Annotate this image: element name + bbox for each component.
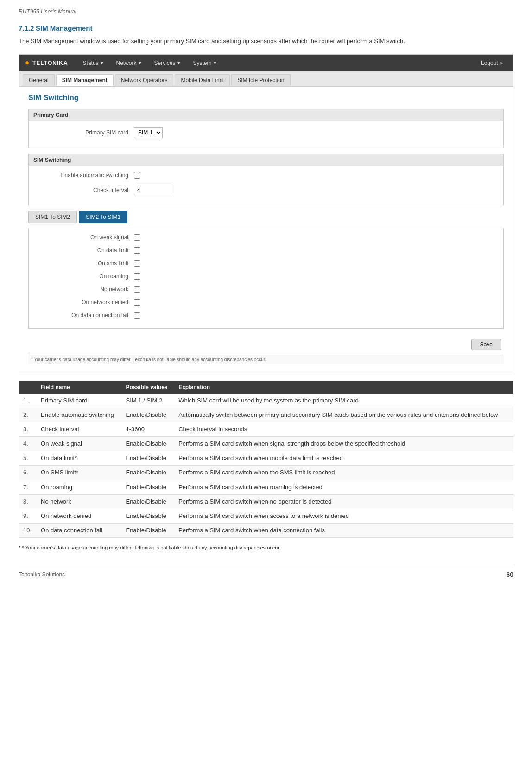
on-roaming-label: On roaming (36, 273, 128, 280)
content-area: SIM Switching Primary Card Primary SIM c… (19, 87, 513, 371)
nav-system[interactable]: System ▼ (187, 57, 222, 69)
on-roaming-checkbox[interactable] (134, 273, 140, 280)
row-values: SIM 1 / SIM 2 (121, 394, 174, 408)
row-num: 9. (19, 509, 36, 524)
table-header-num (19, 381, 36, 394)
no-network-row: No network (36, 285, 496, 294)
check-interval-row: Check interval 4 (36, 184, 496, 197)
table-header-explanation: Explanation (174, 381, 513, 394)
tab-bar: General SIM Management Network Operators… (19, 71, 513, 87)
on-data-limit-checkbox[interactable] (134, 247, 140, 254)
nav-services[interactable]: Services ▼ (148, 57, 186, 69)
save-button[interactable]: Save (471, 339, 501, 350)
manual-title: RUT955 User's Manual (19, 8, 76, 15)
page-footer: Teltonika Solutions 60 (19, 566, 513, 578)
on-data-limit-label: On data limit (36, 247, 128, 254)
row-field: On data connection fail (36, 524, 121, 538)
table-row: 4. On weak signal Enable/Disable Perform… (19, 437, 513, 451)
row-num: 1. (19, 394, 36, 408)
row-field: On roaming (36, 480, 121, 494)
no-network-label: No network (36, 286, 128, 293)
footer-company: Teltonika Solutions (19, 571, 65, 578)
content-title: SIM Switching (28, 94, 504, 102)
table-row: 1. Primary SIM card SIM 1 / SIM 2 Which … (19, 394, 513, 408)
row-field: On SMS limit* (36, 466, 121, 480)
row-values: Enable/Disable (121, 466, 174, 480)
row-field: No network (36, 494, 121, 509)
row-values: Enable/Disable (121, 437, 174, 451)
tab-network-operators[interactable]: Network Operators (115, 74, 174, 86)
row-num: 3. (19, 422, 36, 436)
sub-tab-sim2-to-sim1[interactable]: SIM2 To SIM1 (79, 211, 127, 223)
on-weak-signal-row: On weak signal (36, 233, 496, 242)
row-explanation: Performs a SIM card switch when the SMS … (174, 466, 513, 480)
row-field: On network denied (36, 509, 121, 524)
row-explanation: Automatically switch between primary and… (174, 408, 513, 422)
switching-options-block: On weak signal On data limit On sms limi… (28, 228, 504, 329)
on-roaming-row: On roaming (36, 272, 496, 281)
nav-network[interactable]: Network ▼ (111, 57, 148, 69)
nav-bar: ✦ TELTONIKA Status ▼ Network ▼ Services … (19, 55, 513, 71)
ui-screenshot-box: ✦ TELTONIKA Status ▼ Network ▼ Services … (19, 54, 513, 371)
data-table: Field name Possible values Explanation 1… (19, 381, 513, 538)
services-arrow-icon: ▼ (177, 61, 181, 65)
on-sms-limit-checkbox[interactable] (134, 260, 140, 267)
primary-sim-label: Primary SIM card (36, 129, 128, 136)
sub-tab-sim1-to-sim2[interactable]: SIM1 To SIM2 (28, 211, 77, 223)
primary-card-body: Primary SIM card SIM 1 SIM 2 (29, 121, 503, 148)
row-explanation: Performs a SIM card switch when no opera… (174, 494, 513, 509)
page-header: RUT955 User's Manual (19, 8, 513, 15)
logout-icon: ⎆ (500, 60, 503, 66)
row-num: 4. (19, 437, 36, 451)
footer-page-number: 60 (506, 571, 513, 578)
enable-auto-switch-label: Enable automatic switching (36, 172, 128, 179)
table-header-field: Field name (36, 381, 121, 394)
row-values: Enable/Disable (121, 408, 174, 422)
table-row: 3. Check interval 1-3600 Check interval … (19, 422, 513, 436)
row-explanation: Which SIM card will be used by the syste… (174, 394, 513, 408)
nav-logout[interactable]: Logout ⎆ (475, 57, 508, 69)
sub-tab-bar: SIM1 To SIM2 SIM2 To SIM1 (28, 211, 504, 223)
row-values: Enable/Disable (121, 480, 174, 494)
on-weak-signal-checkbox[interactable] (134, 234, 140, 241)
row-num: 5. (19, 451, 36, 466)
tab-general[interactable]: General (23, 74, 55, 86)
check-interval-input[interactable]: 4 (134, 185, 171, 195)
table-row: 5. On data limit* Enable/Disable Perform… (19, 451, 513, 466)
bottom-footnote: * * Your carrier's data usage accounting… (19, 544, 513, 551)
enable-auto-switch-checkbox[interactable] (134, 172, 140, 179)
sim-switching-body: Enable automatic switching Check interva… (29, 166, 503, 205)
save-btn-row: Save (28, 334, 504, 355)
row-field: On weak signal (36, 437, 121, 451)
on-network-denied-label: On network denied (36, 299, 128, 306)
tab-mobile-data-limit[interactable]: Mobile Data Limit (175, 74, 230, 86)
row-explanation: Performs a SIM card switch when roaming … (174, 480, 513, 494)
on-sms-limit-label: On sms limit (36, 260, 128, 267)
table-header-values: Possible values (121, 381, 174, 394)
no-network-checkbox[interactable] (134, 286, 140, 293)
row-explanation: Performs a SIM card switch when access t… (174, 509, 513, 524)
on-data-connection-fail-row: On data connection fail (36, 311, 496, 320)
row-values: Enable/Disable (121, 509, 174, 524)
section-number: 7.1.2 (19, 24, 34, 32)
logo-text: TELTONIKA (32, 60, 68, 66)
intro-paragraph: The SIM Management window is used for se… (19, 37, 513, 46)
on-data-limit-row: On data limit (36, 246, 496, 255)
on-network-denied-checkbox[interactable] (134, 299, 140, 306)
table-row: 2. Enable automatic switching Enable/Dis… (19, 408, 513, 422)
nav-status[interactable]: Status ▼ (77, 57, 110, 69)
primary-card-block: Primary Card Primary SIM card SIM 1 SIM … (28, 109, 504, 148)
primary-sim-row: Primary SIM card SIM 1 SIM 2 (36, 126, 496, 140)
nav-logo: ✦ TELTONIKA (24, 58, 68, 68)
primary-sim-select[interactable]: SIM 1 SIM 2 (134, 127, 163, 138)
row-field: On data limit* (36, 451, 121, 466)
row-explanation: Performs a SIM card switch when data con… (174, 524, 513, 538)
on-data-connection-fail-checkbox[interactable] (134, 312, 140, 319)
on-sms-limit-row: On sms limit (36, 259, 496, 268)
check-interval-label: Check interval (36, 187, 128, 193)
row-num: 2. (19, 408, 36, 422)
table-row: 6. On SMS limit* Enable/Disable Performs… (19, 466, 513, 480)
row-values: Enable/Disable (121, 494, 174, 509)
tab-sim-management[interactable]: SIM Management (56, 74, 114, 86)
tab-sim-idle-protection[interactable]: SIM Idle Protection (231, 74, 290, 86)
